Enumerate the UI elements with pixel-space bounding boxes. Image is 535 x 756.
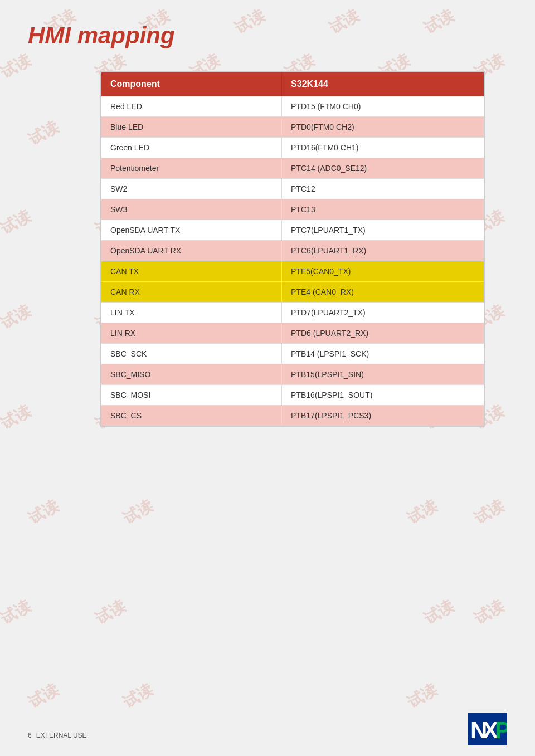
table-row: PotentiometerPTC14 (ADC0_SE12) xyxy=(101,158,484,179)
table-cell-pin: PTD16(FTM0 CH1) xyxy=(282,138,484,158)
watermark-text: 试读 xyxy=(119,679,157,713)
page-content: HMI mapping Component S32K144 Red LEDPTD… xyxy=(0,0,535,460)
table-cell-pin: PTB15(LPSPI1_SIN) xyxy=(282,364,484,385)
table-row: SBC_SCKPTB14 (LPSPI1_SCK) xyxy=(101,344,484,364)
table-row: OpenSDA UART TXPTC7(LPUART1_TX) xyxy=(101,220,484,241)
table-row: CAN TXPTE5(CAN0_TX) xyxy=(101,261,484,282)
table-cell-component: CAN RX xyxy=(101,282,282,303)
table-row: Red LEDPTD15 (FTM0 CH0) xyxy=(101,96,484,117)
table-cell-pin: PTD15 (FTM0 CH0) xyxy=(282,96,484,117)
table-row: SBC_MISOPTB15(LPSPI1_SIN) xyxy=(101,364,484,385)
table-cell-pin: PTE5(CAN0_TX) xyxy=(282,261,484,282)
table-cell-pin: PTE4 (CAN0_RX) xyxy=(282,282,484,303)
watermark-text: 试读 xyxy=(470,596,508,630)
table-cell-component: Red LED xyxy=(101,96,282,117)
table-row: SBC_CSPTB17(LPSPI1_PCS3) xyxy=(101,406,484,427)
watermark-text: 试读 xyxy=(25,679,62,713)
watermark-text: 试读 xyxy=(470,495,508,529)
table-cell-pin: PTC6(LPUART1_RX) xyxy=(282,241,484,261)
table-row: Green LEDPTD16(FTM0 CH1) xyxy=(101,138,484,158)
table-cell-pin: PTC12 xyxy=(282,179,484,199)
nxp-logo: N X P xyxy=(468,713,507,745)
hmi-mapping-table: Component S32K144 Red LEDPTD15 (FTM0 CH0… xyxy=(100,71,485,427)
watermark-text: 试读 xyxy=(420,596,458,630)
table-cell-component: SW2 xyxy=(101,179,282,199)
table-header-row: Component S32K144 xyxy=(101,72,484,96)
table-row: CAN RXPTE4 (CAN0_RX) xyxy=(101,282,484,303)
table-row: LIN TXPTD7(LPUART2_TX) xyxy=(101,303,484,323)
table-cell-component: SBC_CS xyxy=(101,406,282,427)
svg-text:P: P xyxy=(495,717,507,743)
table-row: Blue LEDPTD0(FTM0 CH2) xyxy=(101,117,484,138)
table-cell-pin: PTC14 (ADC0_SE12) xyxy=(282,158,484,179)
nxp-logo-svg: N X P xyxy=(468,713,507,745)
table-cell-component: SBC_SCK xyxy=(101,344,282,364)
table-cell-component: Blue LED xyxy=(101,117,282,138)
table-cell-component: LIN RX xyxy=(101,323,282,344)
watermark-text: 试读 xyxy=(91,596,129,630)
watermark-text: 试读 xyxy=(403,679,441,713)
table-cell-pin: PTD7(LPUART2_TX) xyxy=(282,303,484,323)
table-cell-pin: PTD6 (LPUART2_RX) xyxy=(282,323,484,344)
table-row: OpenSDA UART RXPTC6(LPUART1_RX) xyxy=(101,241,484,261)
table-row: SW2PTC12 xyxy=(101,179,484,199)
table-cell-component: SBC_MISO xyxy=(101,364,282,385)
table-cell-component: SBC_MOSI xyxy=(101,385,282,406)
table-cell-component: Green LED xyxy=(101,138,282,158)
table-cell-component: OpenSDA UART TX xyxy=(101,220,282,241)
footer: 6 EXTERNAL USE xyxy=(28,731,87,739)
table-cell-pin: PTC7(LPUART1_TX) xyxy=(282,220,484,241)
table-cell-pin: PTD0(FTM0 CH2) xyxy=(282,117,484,138)
footer-label: EXTERNAL USE xyxy=(36,731,87,739)
table-cell-pin: PTB16(LPSPI1_SOUT) xyxy=(282,385,484,406)
watermark-text: 试读 xyxy=(119,495,157,529)
table-cell-pin: PTB14 (LPSPI1_SCK) xyxy=(282,344,484,364)
table-row: LIN RXPTD6 (LPUART2_RX) xyxy=(101,323,484,344)
table-cell-component: Potentiometer xyxy=(101,158,282,179)
page-title: HMI mapping xyxy=(28,22,507,49)
table-cell-pin: PTC13 xyxy=(282,199,484,220)
watermark-text: 试读 xyxy=(25,495,62,529)
page-number: 6 xyxy=(28,731,32,739)
col-pin-header: S32K144 xyxy=(282,72,484,96)
table-row: SBC_MOSIPTB16(LPSPI1_SOUT) xyxy=(101,385,484,406)
table-cell-component: LIN TX xyxy=(101,303,282,323)
table-row: SW3PTC13 xyxy=(101,199,484,220)
table-cell-component: SW3 xyxy=(101,199,282,220)
watermark-text: 试读 xyxy=(0,596,35,630)
watermark-text: 试读 xyxy=(403,495,441,529)
table-cell-component: CAN TX xyxy=(101,261,282,282)
table-cell-component: OpenSDA UART RX xyxy=(101,241,282,261)
table-wrapper: Component S32K144 Red LEDPTD15 (FTM0 CH0… xyxy=(100,71,485,427)
table-cell-pin: PTB17(LPSPI1_PCS3) xyxy=(282,406,484,427)
col-component-header: Component xyxy=(101,72,282,96)
